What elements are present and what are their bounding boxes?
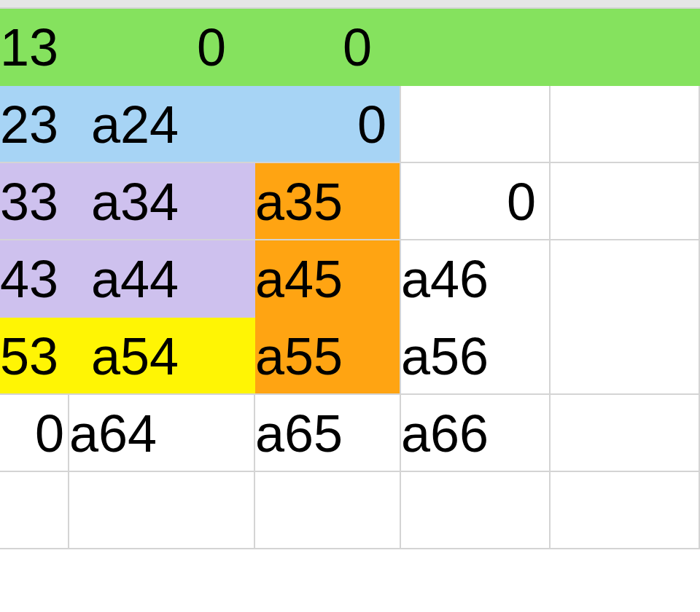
table-row: 53 a54 a55 a56 [0, 318, 700, 395]
table-row: 43 a44 a45 a46 [0, 240, 700, 318]
table-row: 33 a34 a35 0 [0, 163, 700, 240]
table-row: 13 0 0 [0, 9, 700, 86]
cell-r1-c0[interactable]: 13 [0, 9, 69, 86]
cell-r6-c2[interactable]: a65 [255, 395, 401, 471]
cell-r3-c1[interactable]: a34 [69, 163, 255, 239]
cell-r2-c4[interactable] [551, 86, 700, 162]
cell-r7-c4[interactable] [551, 472, 700, 548]
cell-r4-c0[interactable]: 43 [0, 240, 69, 318]
cell-r2-c2[interactable]: 0 [255, 86, 401, 162]
cell-r5-c4[interactable] [551, 318, 700, 393]
cell-r1-c4[interactable] [551, 9, 700, 86]
table-row: 0 a64 a65 a66 [0, 395, 700, 472]
cell-r6-c0[interactable]: 0 [0, 395, 69, 471]
cell-r4-c1[interactable]: a44 [69, 240, 255, 318]
cell-r1-c1[interactable]: 0 [69, 9, 255, 86]
cell-r6-c4[interactable] [551, 395, 700, 471]
cell-r6-c1[interactable]: a64 [69, 395, 255, 471]
cell-r4-c4[interactable] [551, 240, 700, 318]
cell-r7-c2[interactable] [255, 472, 401, 548]
spreadsheet-grid[interactable]: 13 0 0 23 a24 0 33 a34 a35 0 43 a44 a45 … [0, 7, 700, 612]
cell-r4-c2[interactable]: a45 [255, 240, 401, 318]
cell-r7-c0[interactable] [0, 472, 69, 548]
cell-r1-c2[interactable]: 0 [255, 9, 401, 86]
table-row [0, 472, 700, 549]
table-row: 23 a24 0 [0, 86, 700, 163]
cell-r5-c1[interactable]: a54 [69, 318, 255, 393]
cell-r7-c1[interactable] [69, 472, 255, 548]
cell-r2-c3[interactable] [401, 86, 551, 162]
cell-r3-c2[interactable]: a35 [255, 163, 401, 239]
cell-r5-c0[interactable]: 53 [0, 318, 69, 393]
cell-r2-c1[interactable]: a24 [69, 86, 255, 162]
cell-r7-c3[interactable] [401, 472, 551, 548]
cell-r5-c2[interactable]: a55 [255, 318, 401, 393]
cell-r3-c0[interactable]: 33 [0, 163, 69, 239]
cell-r1-c3[interactable] [401, 9, 551, 86]
cell-r3-c4[interactable] [551, 163, 700, 239]
cell-r2-c0[interactable]: 23 [0, 86, 69, 162]
cell-r5-c3[interactable]: a56 [401, 318, 551, 393]
cell-r3-c3[interactable]: 0 [401, 163, 551, 239]
cell-r6-c3[interactable]: a66 [401, 395, 551, 471]
cell-r4-c3[interactable]: a46 [401, 240, 551, 318]
